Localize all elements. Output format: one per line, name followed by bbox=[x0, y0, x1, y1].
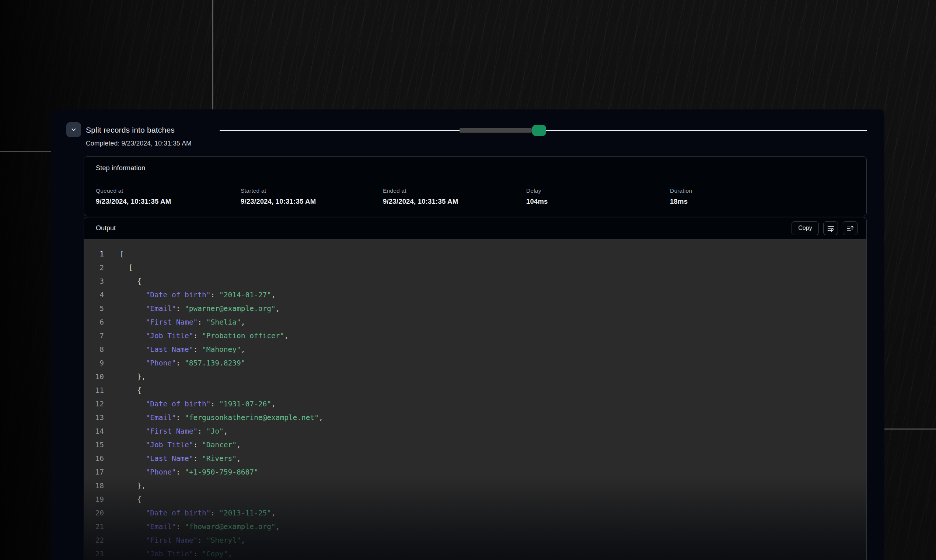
code-line: 10 }, bbox=[84, 370, 866, 383]
code-line: 5 "Email": "pwarner@example.org", bbox=[84, 302, 866, 315]
code-line-content: "Last Name": "Mahoney", bbox=[104, 343, 245, 356]
code-line-content: [ bbox=[104, 261, 132, 274]
expand-output-button[interactable] bbox=[843, 222, 857, 235]
code-line: 20 "Date of birth": "2013-11-25", bbox=[84, 506, 866, 520]
line-number: 14 bbox=[84, 425, 104, 438]
decorative-horizontal-line-right bbox=[884, 428, 936, 429]
code-line-content: { bbox=[104, 274, 142, 288]
collapse-step-button[interactable] bbox=[66, 122, 81, 137]
code-line: 4 "Date of birth": "2014-01-27", bbox=[84, 288, 866, 302]
code-line: 14 "First Name": "Jo", bbox=[84, 425, 866, 438]
code-line-content: }, bbox=[104, 479, 146, 492]
code-line: 18 }, bbox=[84, 479, 866, 492]
decorative-vertical-line bbox=[212, 0, 213, 110]
output-title: Output bbox=[96, 225, 116, 232]
code-line: 2 [ bbox=[84, 261, 866, 274]
line-number: 18 bbox=[84, 479, 104, 492]
line-number: 8 bbox=[84, 343, 104, 356]
code-line: 17 "Phone": "+1-950-759-8687" bbox=[84, 465, 866, 479]
code-line: 15 "Job Title": "Dancer", bbox=[84, 438, 866, 452]
output-card: Output Copy 1[2 [3 {4 "Date of birth": "… bbox=[84, 217, 867, 560]
code-line: 22 "First Name": "Sheryl", bbox=[84, 534, 866, 547]
line-number: 15 bbox=[84, 438, 104, 452]
line-number: 9 bbox=[84, 356, 104, 370]
line-number: 10 bbox=[84, 370, 104, 383]
info-field-label: Ended at bbox=[383, 188, 526, 194]
code-line-content: "Date of birth": "2013-11-25", bbox=[104, 506, 276, 520]
code-line: 6 "First Name": "Shelia", bbox=[84, 315, 866, 329]
info-field: Ended at9/23/2024, 10:31:35 AM bbox=[383, 188, 526, 206]
copy-button[interactable]: Copy bbox=[791, 222, 819, 235]
output-code[interactable]: 1[2 [3 {4 "Date of birth": "2014-01-27",… bbox=[84, 239, 866, 560]
code-line-content: { bbox=[104, 492, 142, 506]
info-field-label: Delay bbox=[526, 188, 670, 194]
code-line: 8 "Last Name": "Mahoney", bbox=[84, 343, 866, 356]
code-line: 1[ bbox=[84, 247, 866, 261]
info-field-label: Queued at bbox=[96, 188, 241, 194]
line-number: 13 bbox=[84, 411, 104, 425]
line-number: 19 bbox=[84, 492, 104, 506]
line-number: 11 bbox=[84, 383, 104, 397]
timeline-range-segment bbox=[460, 128, 532, 132]
line-number: 2 bbox=[84, 261, 104, 274]
step-header: Split records into batches Completed: 9/… bbox=[66, 122, 192, 148]
line-number: 12 bbox=[84, 397, 104, 411]
step-information-card: Step information Queued at9/23/2024, 10:… bbox=[84, 156, 867, 216]
line-number: 21 bbox=[84, 520, 104, 534]
info-field-label: Started at bbox=[241, 188, 383, 194]
line-number: 23 bbox=[84, 547, 104, 560]
output-header: Output Copy bbox=[84, 217, 866, 239]
code-line-content: "Date of birth": "1931-07-26", bbox=[104, 397, 276, 411]
code-line-content: "First Name": "Jo", bbox=[104, 425, 228, 438]
info-field: Started at9/23/2024, 10:31:35 AM bbox=[241, 188, 383, 206]
info-field-value: 18ms bbox=[670, 197, 866, 206]
code-line-content: "Phone": "+1-950-759-8687" bbox=[104, 465, 258, 479]
line-number: 16 bbox=[84, 452, 104, 465]
info-field: Delay104ms bbox=[526, 188, 670, 206]
step-information-title: Step information bbox=[84, 157, 866, 180]
code-line-content: "Date of birth": "2014-01-27", bbox=[104, 288, 276, 302]
code-line: 13 "Email": "fergusonkatherine@example.n… bbox=[84, 411, 866, 425]
code-line-content: "First Name": "Shelia", bbox=[104, 315, 245, 329]
line-number: 5 bbox=[84, 302, 104, 315]
line-number: 1 bbox=[84, 247, 104, 261]
code-line: 21 "Email": "fhoward@example.org", bbox=[84, 520, 866, 534]
code-line: 16 "Last Name": "Rivers", bbox=[84, 452, 866, 465]
code-line: 19 { bbox=[84, 492, 866, 506]
decorative-horizontal-line-left bbox=[0, 151, 52, 152]
line-number: 4 bbox=[84, 288, 104, 302]
line-number: 6 bbox=[84, 315, 104, 329]
line-number: 22 bbox=[84, 534, 104, 547]
code-line-content: "First Name": "Sheryl", bbox=[104, 534, 245, 547]
code-line: 9 "Phone": "857.139.8239" bbox=[84, 356, 866, 370]
timeline-handle[interactable] bbox=[532, 125, 546, 136]
code-line-content: "Job Title": "Copy", bbox=[104, 547, 232, 560]
info-field-value: 104ms bbox=[526, 197, 670, 206]
wrap-text-button[interactable] bbox=[823, 222, 838, 235]
code-line-content: "Email": "fergusonkatherine@example.net"… bbox=[104, 411, 323, 425]
info-field-label: Duration bbox=[670, 188, 866, 194]
step-detail-panel: Split records into batches Completed: 9/… bbox=[51, 109, 884, 560]
line-number: 3 bbox=[84, 274, 104, 288]
expand-output-icon bbox=[847, 225, 854, 232]
step-information-fields: Queued at9/23/2024, 10:31:35 AMStarted a… bbox=[84, 180, 866, 206]
info-field-value: 9/23/2024, 10:31:35 AM bbox=[383, 197, 526, 206]
line-number: 17 bbox=[84, 465, 104, 479]
code-line: 23 "Job Title": "Copy", bbox=[84, 547, 866, 560]
info-field-value: 9/23/2024, 10:31:35 AM bbox=[96, 197, 241, 206]
code-line-content: "Job Title": "Dancer", bbox=[104, 438, 241, 452]
timeline-track[interactable] bbox=[220, 125, 867, 136]
code-line-content: }, bbox=[104, 370, 146, 383]
line-number: 7 bbox=[84, 329, 104, 343]
info-field: Queued at9/23/2024, 10:31:35 AM bbox=[96, 188, 241, 206]
code-line-content: "Email": "fhoward@example.org", bbox=[104, 520, 280, 534]
info-field: Duration18ms bbox=[670, 188, 866, 206]
code-line: 7 "Job Title": "Probation officer", bbox=[84, 329, 866, 343]
code-line-content: { bbox=[104, 383, 142, 397]
code-line-content: "Last Name": "Rivers", bbox=[104, 452, 241, 465]
code-line-content: [ bbox=[104, 247, 124, 261]
wrap-text-icon bbox=[827, 225, 834, 232]
code-line-content: "Job Title": "Probation officer", bbox=[104, 329, 289, 343]
code-line: 11 { bbox=[84, 383, 866, 397]
line-number: 20 bbox=[84, 506, 104, 520]
